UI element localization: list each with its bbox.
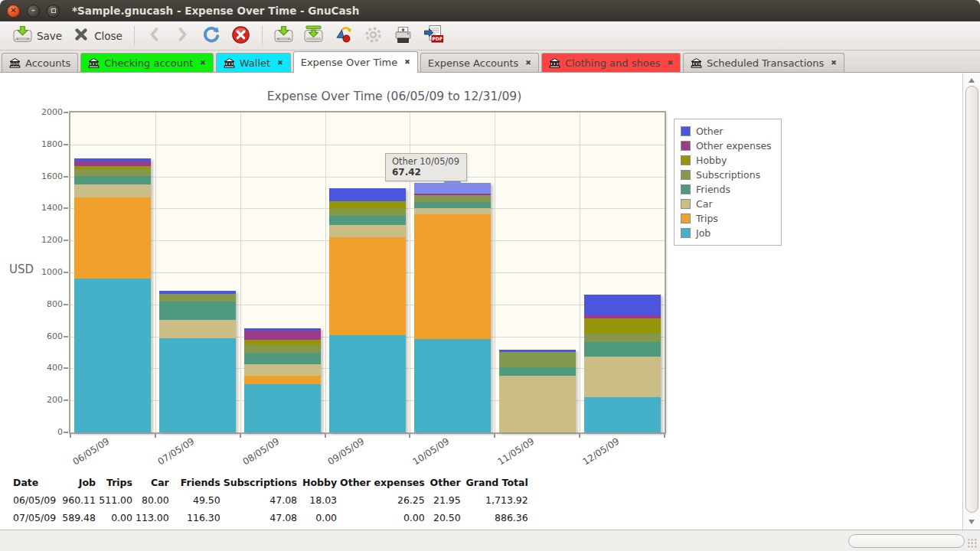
bar-segment-hobby[interactable] — [244, 340, 321, 344]
table-cell: 47.08 — [222, 491, 299, 509]
tab-clothing-and-shoes[interactable]: Clothing and shoes✖ — [541, 53, 681, 72]
bar-segment-car[interactable] — [414, 208, 491, 215]
bar-segment-subscriptions[interactable] — [74, 169, 151, 177]
bar-segment-other-expenses[interactable] — [414, 194, 491, 195]
y-axis-tick-label: 200 — [31, 395, 63, 405]
svg-text:PDF: PDF — [432, 36, 443, 41]
report-options-button[interactable] — [328, 24, 358, 48]
tab-close-icon[interactable]: ✖ — [200, 60, 206, 67]
bank-icon — [549, 58, 560, 68]
window-minimize-button[interactable]: – — [27, 5, 40, 18]
bar-segment-subscriptions[interactable] — [329, 209, 406, 217]
bar-07/05/09[interactable] — [159, 291, 236, 432]
bar-segment-other[interactable] — [499, 350, 576, 352]
legend-swatch — [681, 184, 691, 194]
y-axis-tick — [64, 399, 68, 401]
settings-button[interactable] — [358, 24, 388, 48]
legend-label: Subscriptions — [696, 169, 760, 181]
tab-expense-accounts[interactable]: Expense Accounts✖ — [420, 53, 539, 72]
bar-08/05/09[interactable] — [244, 328, 321, 432]
bar-segment-other-expenses[interactable] — [74, 161, 151, 165]
bar-12/05/09[interactable] — [584, 295, 661, 432]
window-close-button[interactable]: ✕ — [7, 5, 20, 18]
bar-segment-hobby[interactable] — [74, 166, 151, 169]
tab-expense-over-time[interactable]: Expense Over Time✖ — [293, 51, 418, 73]
y-axis-tick-label: 1800 — [31, 139, 63, 149]
table-cell: 47.08 — [222, 509, 299, 527]
bar-segment-car[interactable] — [244, 364, 321, 376]
back-button[interactable] — [141, 24, 168, 47]
bar-10/05/09[interactable] — [414, 183, 491, 432]
bar-segment-subscriptions[interactable] — [244, 345, 321, 353]
tab-close-icon[interactable]: ✖ — [667, 60, 673, 67]
bar-segment-car[interactable] — [74, 184, 151, 197]
bar-segment-other[interactable] — [414, 183, 491, 194]
tab-close-icon[interactable]: ✖ — [525, 60, 531, 67]
bar-segment-car[interactable] — [584, 357, 661, 397]
bar-segment-hobby[interactable] — [584, 318, 661, 334]
table-cell: 116.30 — [171, 509, 222, 527]
tab-checking-account[interactable]: Checking account✖ — [80, 53, 214, 72]
bar-segment-car[interactable] — [499, 376, 576, 432]
bar-segment-subscriptions[interactable] — [499, 352, 576, 367]
bar-segment-job[interactable] — [74, 279, 151, 432]
bar-segment-friends[interactable] — [499, 367, 576, 376]
bar-segment-car[interactable] — [159, 320, 236, 338]
bar-segment-job[interactable] — [329, 335, 406, 432]
vertical-scrollbar-thumb[interactable] — [965, 86, 978, 513]
bar-segment-subscriptions[interactable] — [584, 334, 661, 342]
bar-segment-trips[interactable] — [74, 197, 151, 279]
bar-segment-subscriptions[interactable] — [159, 294, 236, 302]
bar-segment-job[interactable] — [584, 397, 661, 432]
bar-segment-other[interactable] — [244, 328, 321, 331]
bar-segment-trips[interactable] — [244, 376, 321, 384]
save-report-button[interactable] — [269, 24, 299, 48]
export-pdf-button[interactable]: PDF — [418, 23, 449, 48]
tooltip-value: 67.42 — [392, 167, 459, 178]
tab-wallet[interactable]: Wallet✖ — [216, 53, 291, 72]
bar-segment-friends[interactable] — [584, 342, 661, 357]
window-maximize-button[interactable] — [47, 5, 60, 18]
scroll-down-arrow-icon[interactable] — [969, 520, 975, 524]
scroll-up-arrow-icon[interactable] — [969, 78, 975, 83]
bar-segment-job[interactable] — [414, 339, 491, 432]
bar-segment-other[interactable] — [159, 291, 236, 294]
bar-segment-subscriptions[interactable] — [414, 195, 491, 202]
bar-segment-car[interactable] — [329, 225, 406, 238]
resize-grip[interactable] — [967, 538, 978, 549]
export-report-button[interactable] — [299, 24, 328, 48]
toolbar-separator — [134, 26, 135, 45]
bar-segment-trips[interactable] — [329, 237, 406, 334]
forward-button[interactable] — [168, 24, 196, 47]
bar-segment-friends[interactable] — [414, 202, 491, 207]
tab-close-icon[interactable]: ✖ — [277, 60, 283, 67]
bar-06/05/09[interactable] — [74, 158, 151, 432]
bar-segment-other[interactable] — [329, 188, 406, 201]
tab-close-icon[interactable]: ✖ — [404, 59, 410, 66]
report-view: Expense Over Time (06/05/09 to 12/31/09)… — [0, 73, 962, 530]
close-report-button[interactable]: Close — [67, 24, 128, 47]
bar-11/05/09[interactable] — [499, 350, 576, 432]
bar-segment-friends[interactable] — [244, 353, 321, 364]
bar-segment-hobby[interactable] — [329, 201, 406, 209]
reload-button[interactable] — [196, 24, 226, 48]
bar-segment-other[interactable] — [74, 158, 151, 162]
print-button[interactable] — [388, 24, 418, 48]
bar-segment-other-expenses[interactable] — [244, 331, 321, 341]
bar-segment-other[interactable] — [584, 295, 661, 315]
stop-button[interactable] — [226, 24, 256, 48]
tab-scheduled-transactions[interactable]: Scheduled Transactions✖ — [683, 53, 844, 72]
bar-segment-trips[interactable] — [414, 214, 491, 339]
bar-09/05/09[interactable] — [329, 188, 406, 432]
tab-accounts[interactable]: Accounts — [2, 53, 78, 72]
save-button[interactable]: Save — [8, 24, 67, 48]
bar-segment-job[interactable] — [159, 338, 236, 432]
tab-label: Wallet — [240, 57, 270, 69]
bar-segment-friends[interactable] — [74, 176, 151, 184]
tab-close-icon[interactable]: ✖ — [831, 60, 837, 67]
vertical-scrollbar[interactable] — [962, 73, 980, 530]
bar-segment-friends[interactable] — [329, 216, 406, 224]
bar-segment-friends[interactable] — [159, 302, 236, 320]
bar-segment-job[interactable] — [244, 384, 321, 432]
bar-segment-other-expenses[interactable] — [584, 315, 661, 318]
